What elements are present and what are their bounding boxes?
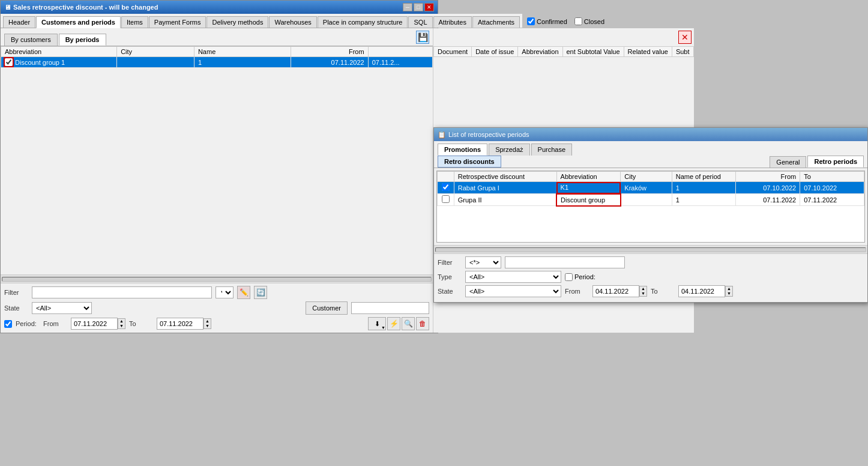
filter-edit-btn[interactable]: ✏️ <box>237 286 250 299</box>
from-date-input[interactable] <box>71 318 118 330</box>
retro-cb-1[interactable] <box>438 182 454 194</box>
retro-cb-2[interactable] <box>438 194 454 206</box>
tab-sprzedaz[interactable]: Sprzedaż <box>489 144 529 156</box>
subtab-by-customers[interactable]: By customers <box>4 34 58 46</box>
subtab-bar: By customers By periods <box>4 34 106 46</box>
customer-button[interactable]: Customer <box>306 301 348 315</box>
closed-label[interactable]: Closed <box>574 17 604 25</box>
confirmed-area: Confirmed Closed <box>522 15 609 28</box>
closed-checkbox[interactable] <box>574 17 582 25</box>
tab-general[interactable]: General <box>770 156 806 168</box>
customer-input[interactable] <box>351 302 429 314</box>
tab-customers-periods[interactable]: Customers and periods <box>36 16 121 28</box>
tab-payment-forms[interactable]: Payment Forms <box>149 16 206 28</box>
save-button[interactable]: 💾 <box>416 31 429 44</box>
retro-period-label[interactable]: Period: <box>565 273 595 281</box>
retro-scrollbar[interactable] <box>434 245 867 253</box>
tab-attributes[interactable]: Attributes <box>433 16 472 28</box>
tab-sql[interactable]: SQL <box>408 16 432 28</box>
subtab-by-periods[interactable]: By periods <box>59 34 106 46</box>
tab-delivery-methods[interactable]: Delivery methods <box>206 16 268 28</box>
close-btn[interactable]: ✕ <box>424 3 434 11</box>
right-close-btn[interactable]: ✕ <box>678 31 692 44</box>
filter-row: Filter ▼ ✏️ 🔄 <box>4 286 429 299</box>
tab-promotions[interactable]: Promotions <box>438 144 487 156</box>
col-retro-from: From <box>736 172 800 182</box>
col-document: Document <box>434 47 472 57</box>
scroll-track[interactable] <box>2 277 432 282</box>
state-label: State <box>4 304 28 312</box>
row-checkbox[interactable] <box>5 58 13 66</box>
cell-city <box>117 57 194 68</box>
retro-to-label: To <box>651 288 675 295</box>
period-checkbox[interactable] <box>4 320 12 328</box>
to-date-input[interactable] <box>157 318 203 330</box>
retro-type-select[interactable]: <All> <box>465 271 561 283</box>
col-name: Name <box>194 47 291 57</box>
retro-from-label: From <box>565 288 589 295</box>
col-city: City <box>117 47 194 57</box>
tab-attachments[interactable]: Attachments <box>472 16 520 28</box>
tab-purchase[interactable]: Purchase <box>531 144 572 156</box>
tab-items[interactable]: Items <box>121 16 148 28</box>
refresh-btn[interactable]: ⚡ <box>387 317 400 330</box>
retro-bottom: Filter <*> Type <All> Period: State <All… <box>434 253 867 302</box>
h-scrollbar[interactable] <box>1 274 433 283</box>
import-btn[interactable]: ⬇ ▼ <box>368 317 386 330</box>
search-btn[interactable]: 🔍 <box>402 317 415 330</box>
tab-header[interactable]: Header <box>3 16 35 28</box>
grid-empty-area <box>1 68 433 274</box>
tab-place-company[interactable]: Place in company structure <box>318 16 408 28</box>
retro-to-2: 07.11.2022 <box>800 194 864 206</box>
restore-btn[interactable]: □ <box>414 3 423 11</box>
retro-from-input[interactable] <box>592 285 639 297</box>
col-related: Related value <box>624 47 672 57</box>
toolbar-icons: 💾 <box>416 31 429 46</box>
periods-table: Abbreviation City Name From <box>1 46 433 68</box>
retro-state-select[interactable]: <All> <box>465 285 561 297</box>
retro-state-row: State <All> From ▲ ▼ To ▲ ▼ <box>438 285 864 297</box>
minimize-btn[interactable]: ─ <box>403 3 412 11</box>
retro-table-row[interactable]: Rabat Grupa I K1 Kraków 1 07.10.2022 07.… <box>438 182 864 194</box>
col-cb <box>438 172 454 182</box>
retro-from-2: 07.11.2022 <box>736 194 800 206</box>
retro-title: List of retrospective periods <box>448 131 529 138</box>
confirmed-checkbox[interactable] <box>527 17 535 25</box>
tab-retro-periods[interactable]: Retro periods <box>807 156 864 168</box>
tab-retro-discounts[interactable]: Retro discounts <box>438 156 501 168</box>
retro-to-1: 07.10.2022 <box>800 182 864 194</box>
retro-filter-select[interactable]: <*> <box>465 256 501 268</box>
retro-from-1: 07.10.2022 <box>736 182 800 194</box>
state-select[interactable]: <All> <box>32 302 92 314</box>
retro-scroll-track[interactable] <box>435 247 866 252</box>
table-row[interactable]: Discount group 1 1 07.11.2022 07.11.2... <box>1 57 433 68</box>
retro-from-spinner[interactable]: ▲ ▼ <box>639 286 647 297</box>
retro-to-input[interactable] <box>678 285 725 297</box>
filter-dropdown[interactable]: ▼ <box>215 286 234 298</box>
retro-period-1: 1 <box>672 182 736 194</box>
main-window: 🖥 Sales retrospective discount - will be… <box>0 0 438 333</box>
col-abbreviation: Abbreviation <box>1 47 117 57</box>
col-to <box>368 47 432 57</box>
retro-discount-1: Rabat Grupa I <box>454 182 556 194</box>
filter-input[interactable] <box>32 286 212 298</box>
retro-to-spinner[interactable]: ▲ ▼ <box>725 286 733 297</box>
from-date-spinner[interactable]: ▲ ▼ <box>118 318 125 329</box>
filter-clear-btn[interactable]: 🔄 <box>254 286 267 299</box>
delete-btn[interactable]: 🗑 <box>416 317 429 330</box>
state-row: State <All> Customer <box>4 301 429 315</box>
confirmed-label[interactable]: Confirmed <box>527 17 567 25</box>
col-date-issue: Date of issue <box>472 47 518 57</box>
cell-to: 07.11.2... <box>368 57 432 68</box>
retro-filter-input[interactable] <box>505 256 625 268</box>
window-title: 🖥 Sales retrospective discount - will be… <box>4 4 158 11</box>
tab-warehouses[interactable]: Warehouses <box>269 16 316 28</box>
bottom-toolbar: Filter ▼ ✏️ 🔄 State <All> Customer <box>1 283 433 333</box>
col-from: From <box>291 47 368 57</box>
retro-period-checkbox[interactable] <box>565 273 573 281</box>
retro-table-row[interactable]: Grupa II Discount group 1 07.11.2022 07.… <box>438 194 864 206</box>
col-subt: Subt <box>672 47 693 57</box>
to-date-spinner[interactable]: ▲ ▼ <box>203 318 211 329</box>
retro-city-2 <box>621 194 672 206</box>
retro-discount-2: Grupa II <box>454 194 556 206</box>
